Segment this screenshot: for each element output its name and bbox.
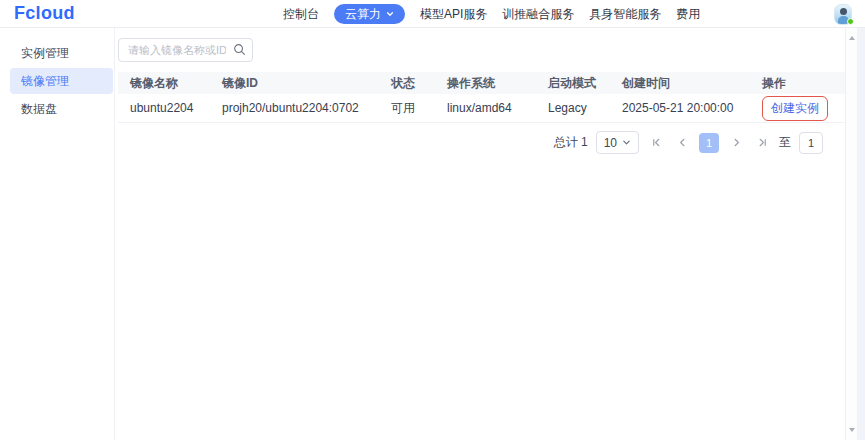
nav-item-console[interactable]: 控制台 <box>283 6 319 23</box>
user-avatar[interactable] <box>833 4 853 25</box>
next-page-button[interactable] <box>727 134 745 152</box>
prev-page-button[interactable] <box>673 134 691 152</box>
search-box <box>118 38 253 62</box>
cell-actions: 创建实例 <box>750 96 845 121</box>
cell-image-id: projh20/ubuntu2204:0702 <box>210 101 379 115</box>
col-header-image-name: 镜像名称 <box>118 75 210 92</box>
vertical-scrollbar[interactable] <box>845 28 857 440</box>
goto-page-input[interactable] <box>799 132 823 154</box>
top-header: Fcloud 控制台 云算力 模型API服务 训推融合服务 具身智能服务 费用 <box>0 0 865 28</box>
col-header-image-id: 镜像ID <box>210 75 379 92</box>
current-page-button[interactable]: 1 <box>699 133 719 153</box>
cell-created-at: 2025-05-21 20:00:00 <box>610 101 750 115</box>
cell-boot-mode: Legacy <box>536 101 610 115</box>
last-page-button[interactable] <box>753 134 771 152</box>
page-size-value: 10 <box>604 136 617 150</box>
logo[interactable]: Fcloud <box>14 3 75 24</box>
online-status-dot <box>847 18 854 25</box>
col-header-created-at: 创建时间 <box>610 75 750 92</box>
nav-item-train-infer[interactable]: 训推融合服务 <box>502 6 574 23</box>
col-header-boot-mode: 启动模式 <box>536 75 610 92</box>
image-management-page: Fcloud 控制台 云算力 模型API服务 训推融合服务 具身智能服务 费用 <box>0 0 865 440</box>
scroll-up-icon[interactable] <box>849 36 855 40</box>
annotation-highlight-box: 创建实例 <box>762 96 828 121</box>
avatar-head-shape <box>840 8 847 15</box>
image-table: 镜像名称 镜像ID 状态 操作系统 启动模式 创建时间 操作 ubuntu220… <box>118 72 845 123</box>
total-count-label: 总计 1 <box>554 134 588 151</box>
nav-item-model-api[interactable]: 模型API服务 <box>420 6 487 23</box>
table-header-row: 镜像名称 镜像ID 状态 操作系统 启动模式 创建时间 操作 <box>118 72 845 94</box>
nav-item-cloud-compute-label: 云算力 <box>345 6 381 23</box>
chevron-down-icon <box>622 138 631 147</box>
top-nav: 控制台 云算力 模型API服务 训推融合服务 具身智能服务 费用 <box>283 0 700 28</box>
pagination: 总计 1 10 <box>118 131 823 154</box>
create-instance-link[interactable]: 创建实例 <box>771 101 819 115</box>
scroll-down-icon[interactable] <box>849 428 855 432</box>
sidebar: 实例管理 镜像管理 数据盘 <box>0 28 115 440</box>
nav-item-embodied-ai[interactable]: 具身智能服务 <box>589 6 661 23</box>
table-row: ubuntu2204 projh20/ubuntu2204:0702 可用 li… <box>118 94 845 123</box>
sidebar-item-image-management[interactable]: 镜像管理 <box>10 68 113 94</box>
content-area: 实例管理 镜像管理 数据盘 镜像名称 镜像ID 状态 操作系统 启动模式 <box>0 28 865 440</box>
sidebar-item-data-disk[interactable]: 数据盘 <box>10 96 113 122</box>
col-header-actions: 操作 <box>750 75 845 92</box>
page-size-select[interactable]: 10 <box>596 131 639 154</box>
chevron-down-icon <box>386 10 394 18</box>
col-header-os: 操作系统 <box>435 75 536 92</box>
col-header-status: 状态 <box>379 75 435 92</box>
sidebar-item-instance-management[interactable]: 实例管理 <box>10 40 113 66</box>
first-page-button[interactable] <box>647 134 665 152</box>
nav-item-billing[interactable]: 费用 <box>676 6 700 23</box>
cell-os: linux/amd64 <box>435 101 536 115</box>
nav-item-cloud-compute[interactable]: 云算力 <box>334 4 405 24</box>
cell-image-name: ubuntu2204 <box>118 101 210 115</box>
goto-page-label: 至 <box>779 134 791 151</box>
search-icon[interactable] <box>233 43 246 56</box>
cell-status: 可用 <box>379 100 435 117</box>
main-panel: 镜像名称 镜像ID 状态 操作系统 启动模式 创建时间 操作 ubuntu220… <box>115 28 845 440</box>
right-gutter <box>857 28 865 440</box>
